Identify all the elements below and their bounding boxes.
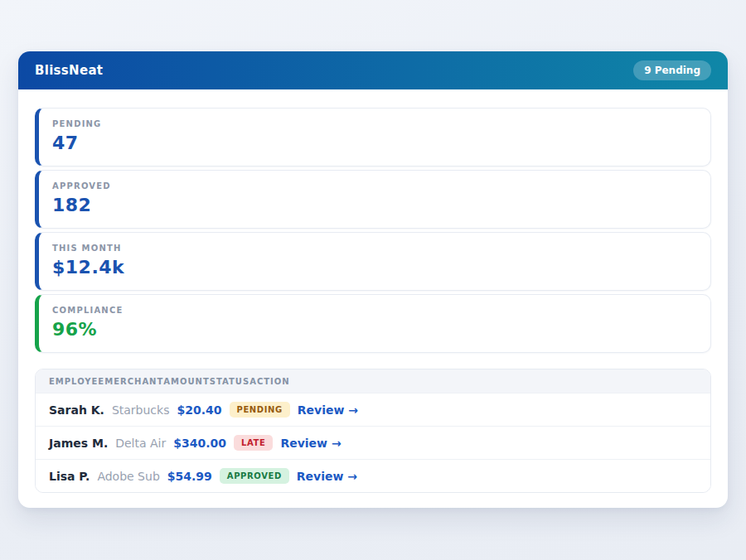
expense-amount: $20.40 (177, 403, 221, 417)
expense-amount: $54.99 (167, 470, 212, 483)
status-badge: PENDING (230, 402, 290, 418)
column-header-amount: AMOUNT (163, 377, 210, 386)
column-header-employee: EMPLOYEE (49, 377, 104, 386)
expense-amount: $340.00 (173, 437, 226, 450)
merchant-name: Adobe Sub (97, 470, 159, 483)
stat-label: PENDING (52, 119, 697, 128)
app-header: BlissNeat 9 Pending (18, 51, 728, 89)
stat-value: $12.4k (52, 257, 697, 278)
stat-value: 47 (52, 133, 697, 153)
stat-label: THIS MONTH (52, 244, 697, 253)
column-header-status: STATUS (210, 377, 249, 386)
app-title: BlissNeat (35, 63, 103, 78)
stat-card-approved: APPROVED 182 (35, 170, 711, 229)
stat-value: 182 (52, 195, 697, 215)
stat-value: 96% (52, 319, 697, 340)
status-badge: LATE (234, 435, 273, 451)
column-header-action: ACTION (249, 377, 290, 386)
table-row: James M. Delta Air $340.00 LATE Review → (36, 426, 710, 459)
table-row: Sarah K. Starbucks $20.40 PENDING Review… (36, 393, 710, 426)
status-badge: APPROVED (220, 468, 289, 484)
employee-name: Lisa P. (49, 470, 90, 483)
employee-name: Sarah K. (49, 403, 104, 417)
stat-card-pending: PENDING 47 (35, 108, 711, 167)
review-link[interactable]: Review → (298, 403, 358, 417)
column-header-merchant: MERCHANT (104, 377, 163, 386)
review-link[interactable]: Review → (280, 437, 341, 450)
header-pending-badge[interactable]: 9 Pending (633, 60, 711, 80)
review-link[interactable]: Review → (297, 470, 357, 483)
employee-name: James M. (49, 437, 108, 450)
merchant-name: Starbucks (112, 403, 170, 417)
main-card: BlissNeat 9 Pending PENDING 47 APPROVED … (18, 51, 728, 508)
stat-label: APPROVED (52, 181, 697, 191)
merchant-name: Delta Air (115, 437, 166, 450)
dashboard-content: PENDING 47 APPROVED 182 THIS MONTH $12.4… (18, 89, 728, 509)
stat-card-compliance: COMPLIANCE 96% (35, 294, 711, 353)
stat-card-this-month: THIS MONTH $12.4k (35, 232, 711, 291)
stat-label: COMPLIANCE (52, 306, 697, 315)
table-header-row: EMPLOYEEMERCHANTAMOUNTSTATUSACTION (36, 369, 710, 393)
table-row: Lisa P. Adobe Sub $54.99 APPROVED Review… (36, 459, 710, 492)
expense-table: EMPLOYEEMERCHANTAMOUNTSTATUSACTION Sarah… (35, 369, 711, 493)
